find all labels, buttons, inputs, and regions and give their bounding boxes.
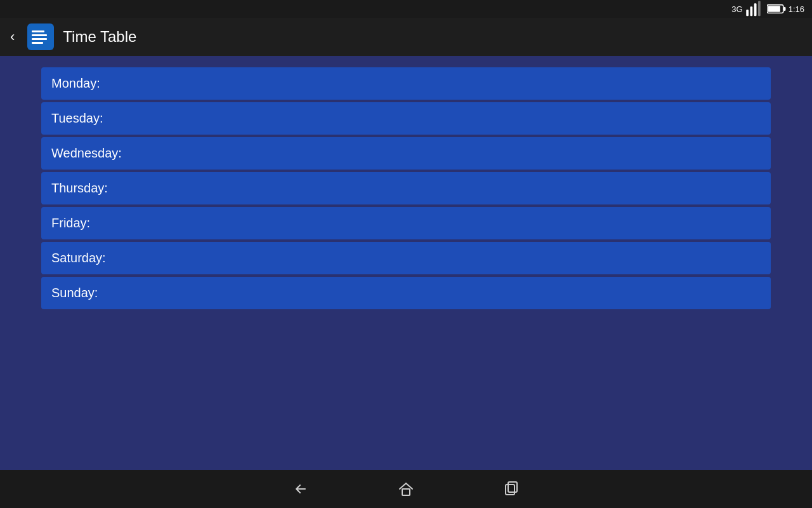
bottom-nav-bar [0, 470, 812, 508]
signal-icon [745, 0, 764, 18]
app-icon [27, 23, 54, 50]
day-row-friday[interactable]: Friday: [41, 207, 771, 239]
network-indicator: 3G [731, 4, 742, 14]
day-label-0: Monday: [51, 76, 100, 90]
icon-line-3 [32, 38, 47, 40]
svg-rect-2 [754, 3, 756, 16]
clock: 1:16 [789, 4, 804, 14]
back-nav-icon [291, 479, 310, 498]
svg-rect-1 [750, 6, 752, 16]
svg-rect-3 [758, 1, 761, 17]
home-nav-icon [396, 479, 416, 498]
battery-icon [767, 0, 786, 18]
svg-rect-6 [783, 7, 785, 11]
status-bar: 3G 1:16 [0, 0, 812, 18]
svg-rect-7 [402, 489, 410, 495]
page-title: Time Table [63, 28, 136, 46]
bottom-home-button[interactable] [391, 474, 421, 504]
icon-line-1 [32, 30, 44, 32]
day-row-tuesday[interactable]: Tuesday: [41, 102, 771, 135]
day-label-2: Wednesday: [51, 146, 122, 160]
day-label-3: Thursday: [51, 181, 108, 195]
day-row-wednesday[interactable]: Wednesday: [41, 137, 771, 170]
recent-nav-icon [502, 479, 521, 498]
svg-rect-8 [506, 485, 514, 495]
nav-bar: ‹ Time Table [0, 18, 812, 56]
day-label-4: Friday: [51, 216, 90, 230]
day-row-sunday[interactable]: Sunday: [41, 277, 771, 309]
svg-rect-9 [508, 482, 517, 492]
svg-rect-5 [768, 6, 780, 12]
day-row-monday[interactable]: Monday: [41, 67, 771, 100]
back-button[interactable]: ‹ [6, 25, 18, 49]
day-label-5: Saturday: [51, 251, 106, 265]
day-label-1: Tuesday: [51, 111, 103, 125]
icon-line-4 [32, 42, 43, 44]
day-label-6: Sunday: [51, 286, 98, 300]
bottom-back-button[interactable] [286, 474, 315, 504]
main-content: Monday:Tuesday:Wednesday:Thursday:Friday… [0, 56, 812, 470]
day-row-thursday[interactable]: Thursday: [41, 172, 771, 204]
icon-line-2 [32, 34, 47, 36]
svg-rect-0 [746, 10, 749, 16]
day-row-saturday[interactable]: Saturday: [41, 242, 771, 274]
status-icons: 3G 1:16 [731, 0, 804, 18]
bottom-recent-button[interactable] [497, 474, 526, 504]
